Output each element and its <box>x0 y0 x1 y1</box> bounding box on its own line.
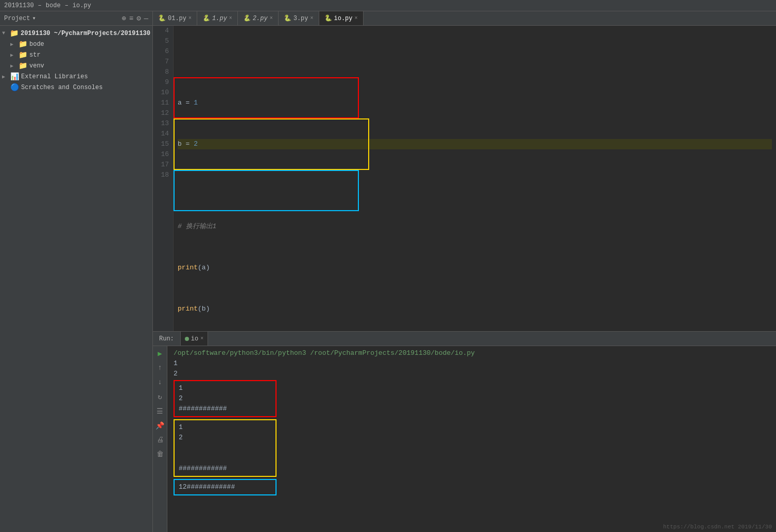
editor-area: 🐍 01.py × 🐍 1.py × 🐍 2.py × 🐍 3.py × 🐍 <box>153 11 776 532</box>
tab-close-1py[interactable]: × <box>229 15 232 21</box>
tab-3py[interactable]: 🐍 3.py × <box>279 11 319 25</box>
run-blue-content: 12############ <box>179 482 271 492</box>
run-print-button[interactable]: 🖨 <box>155 435 165 445</box>
scope-icon[interactable]: ⊕ <box>122 14 126 23</box>
run-output: /opt/software/python3/bin/python3 /root/… <box>167 346 776 532</box>
run-list-button[interactable]: ☰ <box>155 406 165 416</box>
sidebar-item-external-libraries[interactable]: ▶ 📊 External Libraries <box>0 71 152 82</box>
tab-iopy[interactable]: 🐍 io.py × <box>319 11 364 25</box>
line-numbers: 4 5 6 7 8 9 10 11 12 13 14 15 16 17 18 <box>153 26 174 331</box>
run-red-1: 1 <box>179 383 271 393</box>
gear-icon[interactable]: ⚙ <box>136 14 141 23</box>
tab-01py-label: 01.py <box>168 15 186 22</box>
sort-icon[interactable]: ≡ <box>129 14 133 23</box>
sidebar-item-scratches[interactable]: 🔵 Scratches and Consoles <box>0 82 152 93</box>
tab-1py-label: 1.py <box>212 15 227 22</box>
run-yellow-1: 1 <box>179 422 271 433</box>
venv-folder-icon: 📁 <box>19 61 27 70</box>
code-line-6: # 换行输出1 <box>178 221 772 232</box>
line-num-17: 17 <box>157 160 169 170</box>
scratches-icon: 🔵 <box>10 83 19 92</box>
run-tab-label: io <box>191 335 198 342</box>
line-num-12: 12 <box>157 108 169 118</box>
code-lines[interactable]: a = 1 b = 2 # 换行输出1 <box>174 26 776 331</box>
line-num-9: 9 <box>157 77 169 88</box>
watermark: https://blog.csdn.net 2019/11/30 <box>663 524 772 530</box>
arrow-icon: ▶ <box>10 63 19 69</box>
tab-3py-label: 3.py <box>294 15 308 22</box>
scratches-label: Scratches and Consoles <box>21 84 102 91</box>
run-red-box: 1 2 ############ <box>174 380 277 417</box>
extlib-label: External Libraries <box>21 73 88 80</box>
py-icon: 🐍 <box>284 14 291 22</box>
tab-2py[interactable]: 🐍 2.py × <box>238 11 279 25</box>
title-sep: – <box>38 2 42 9</box>
tab-close-iopy[interactable]: × <box>355 15 358 21</box>
sidebar-header-icons: ⊕ ≡ ⚙ — <box>122 14 148 23</box>
title-sep2: – <box>65 2 68 9</box>
run-status-dot <box>185 337 189 341</box>
arrow-icon: ▶ <box>10 52 19 58</box>
tab-2py-label: 2.py <box>253 15 268 22</box>
line-num-16: 16 <box>157 149 169 160</box>
run-play-button[interactable]: ▶ <box>155 348 165 358</box>
line-num-7: 7 <box>157 57 169 67</box>
run-out-2: 2 <box>174 369 770 379</box>
sidebar-item-str[interactable]: ▶ 📁 str <box>0 49 152 60</box>
code-text-6: # 换行输出1 <box>178 221 216 232</box>
code-content: 4 5 6 7 8 9 10 11 12 13 14 15 16 17 18 <box>153 26 776 331</box>
code-editor[interactable]: 4 5 6 7 8 9 10 11 12 13 14 15 16 17 18 <box>153 26 776 331</box>
run-blue-box: 12############ <box>174 479 277 495</box>
tab-close-3py[interactable]: × <box>311 15 314 21</box>
run-tab-io[interactable]: io × <box>180 332 208 346</box>
run-tab-close[interactable]: × <box>200 336 203 341</box>
tab-01py[interactable]: 🐍 01.py × <box>153 11 197 25</box>
line-num-6: 6 <box>157 46 169 57</box>
code-text-4: a = 1 <box>178 98 198 108</box>
title-iopy: io.py <box>73 2 91 9</box>
run-label: Run: <box>155 335 178 342</box>
code-line-4: a = 1 <box>178 98 772 108</box>
sidebar-item-root[interactable]: ▼ 📁 20191130 ~/PycharmProjects/20191130 <box>0 28 152 39</box>
run-down-button[interactable]: ↓ <box>155 377 165 387</box>
run-path: /opt/software/python3/bin/python3 /root/… <box>174 348 770 358</box>
bode-label: bode <box>29 41 44 48</box>
minimize-icon[interactable]: — <box>144 14 148 23</box>
line-num-13: 13 <box>157 118 169 129</box>
run-up-button[interactable]: ↑ <box>155 363 165 373</box>
run-yellow-blank1 <box>179 443 271 453</box>
title-bar: 20191130 – bode – io.py <box>0 0 776 11</box>
run-red-2: 2 <box>179 393 271 404</box>
run-content: ▶ ↑ ↓ ↻ ☰ 📌 🖨 🗑 /opt/software/python3/bi… <box>153 346 776 532</box>
sidebar-item-venv[interactable]: ▶ 📁 venv <box>0 60 152 71</box>
run-out-1: 1 <box>174 358 770 369</box>
sidebar-header: Project ▾ ⊕ ≡ ⚙ — <box>0 11 152 26</box>
root-label: 20191130 ~/PycharmProjects/20191130 <box>21 30 150 37</box>
line-num-4: 4 <box>157 26 169 36</box>
code-text-7: print(a) <box>178 263 210 273</box>
tab-close-01py[interactable]: × <box>188 15 192 21</box>
line-num-10: 10 <box>157 88 169 98</box>
run-pin-button[interactable]: 📌 <box>155 420 165 431</box>
code-line-7: print(a) <box>178 263 772 273</box>
project-dropdown[interactable]: Project ▾ <box>4 14 36 22</box>
run-yellow-box: 1 2 ############ <box>174 419 277 477</box>
title-bode: bode <box>46 2 61 9</box>
run-tabs: Run: io × <box>153 332 776 346</box>
line-num-15: 15 <box>157 139 169 149</box>
title-date: 20191130 <box>4 2 34 9</box>
tab-1py[interactable]: 🐍 1.py × <box>197 11 238 25</box>
run-trash-button[interactable]: 🗑 <box>155 449 165 459</box>
run-sidebar: ▶ ↑ ↓ ↻ ☰ 📌 🖨 🗑 <box>153 346 167 532</box>
code-text-8: print(b) <box>178 304 210 314</box>
tab-close-2py[interactable]: × <box>270 15 273 21</box>
venv-label: venv <box>29 62 44 70</box>
code-line-5: b = 2 <box>178 139 772 149</box>
py-icon: 🐍 <box>324 14 332 22</box>
run-rerun-button[interactable]: ↻ <box>155 391 165 402</box>
code-line-8: print(b) <box>178 304 772 314</box>
run-yellow-2: 2 <box>179 433 271 443</box>
extlib-icon: 📊 <box>10 72 19 81</box>
run-panel: Run: io × ▶ ↑ ↓ ↻ ☰ 📌 🖨 🗑 <box>153 331 776 532</box>
sidebar-item-bode[interactable]: ▶ 📁 bode <box>0 39 152 49</box>
